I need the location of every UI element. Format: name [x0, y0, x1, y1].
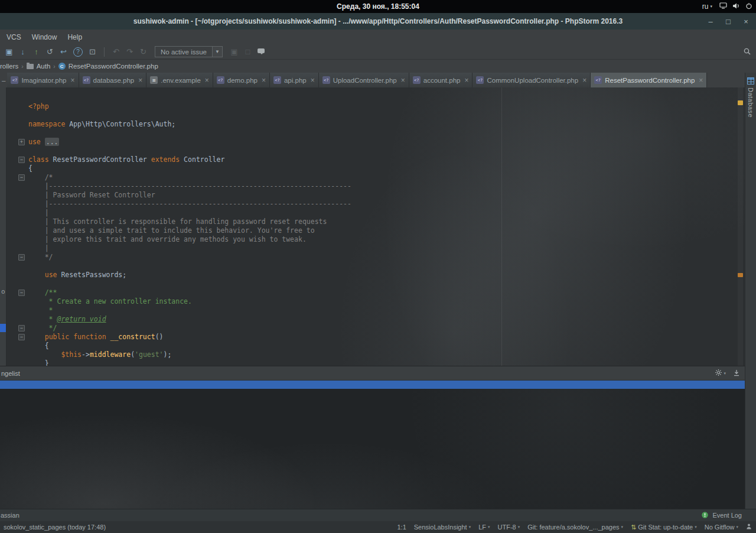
refresh-icon[interactable]: ↻	[138, 46, 149, 57]
settings-button[interactable]: ▾	[715, 369, 726, 378]
system-clock[interactable]: Среда, 30 ноя., 18:55:04	[0, 0, 756, 13]
status-widget-line-ending[interactable]: LF▾	[478, 524, 490, 531]
editor-tab[interactable]: <?demo.php×	[213, 73, 270, 87]
menu-item-vcs[interactable]: VCS	[1, 33, 27, 41]
code-text[interactable]: |---------------------------------------…	[28, 182, 351, 191]
tool-button-event-log[interactable]: Event Log	[701, 511, 742, 520]
search-everywhere-button[interactable]	[743, 47, 751, 58]
editor-tab[interactable]: <?api.php×	[270, 73, 319, 87]
run-config-icon[interactable]: ▣	[229, 46, 240, 57]
fold-toggle-icon[interactable]: −	[18, 174, 25, 181]
tool-button-database[interactable]: Database	[745, 73, 756, 118]
status-widget-git-branch[interactable]: Git: feature/a.sokolov_..._pages▾	[527, 524, 623, 531]
minimize-button[interactable]: –	[706, 17, 715, 26]
editor-tab[interactable]: ≡.env.example×	[146, 73, 213, 87]
editor-tab[interactable]: <?database.php×	[79, 73, 147, 87]
status-widget-caret-position[interactable]: 1:1	[397, 524, 406, 531]
code-text[interactable]: * Create a new controller instance.	[28, 297, 192, 306]
breadcrumb-segment[interactable]: Auth	[37, 63, 51, 70]
vcs-commit-icon[interactable]: ↑	[31, 46, 42, 57]
tab-close-icon[interactable]: ×	[138, 76, 142, 84]
status-widget-encoding[interactable]: UTF-8▾	[498, 524, 520, 531]
error-stripe-mark[interactable]	[738, 100, 743, 105]
code-text[interactable]: * @return void	[28, 315, 106, 324]
code-text[interactable]: | and uses a simple trait to include thi…	[28, 226, 315, 235]
fold-toggle-icon[interactable]: −	[18, 325, 25, 332]
tab-close-icon[interactable]: ×	[205, 76, 209, 84]
rollback-icon[interactable]: ↩	[58, 46, 69, 57]
editor-tab[interactable]: <?account.php×	[409, 73, 473, 87]
feedback-bubble-icon[interactable]	[256, 46, 267, 57]
fold-toggle-icon[interactable]: +	[18, 139, 25, 145]
fold-toggle-icon[interactable]: −	[18, 334, 25, 340]
code-text[interactable]: class ResetPasswordController extends Co…	[28, 155, 224, 164]
tab-close-icon[interactable]: ×	[699, 76, 703, 84]
changelist-selected-row[interactable]	[0, 381, 745, 389]
code-text[interactable]: |	[28, 244, 49, 253]
error-stripe-mark[interactable]	[738, 273, 743, 277]
menu-item-window[interactable]: Window	[27, 33, 63, 41]
code-text[interactable]: | explore this trait and override any me…	[28, 235, 307, 244]
code-text[interactable]: use ResetsPasswords;	[28, 271, 126, 280]
code-text[interactable]: $this->middleware('guest');	[28, 350, 171, 359]
undo-icon[interactable]: ↶	[110, 46, 122, 57]
code-editor[interactable]: <?phpnamespace App\Http\Controllers\Auth…	[6, 102, 727, 366]
code-text[interactable]: /*	[28, 173, 53, 182]
tool-button-atlassian[interactable]: assian	[0, 512, 19, 519]
code-text[interactable]: }	[28, 359, 49, 366]
close-button[interactable]: ×	[742, 17, 750, 26]
maximize-button[interactable]: □	[724, 17, 732, 26]
inspections-level-button[interactable]	[745, 523, 752, 531]
code-text[interactable]: /**	[28, 288, 57, 297]
code-text[interactable]: | Password Reset Controller	[28, 191, 155, 200]
tab-close-icon[interactable]: ×	[464, 76, 468, 84]
help-icon[interactable]: ?	[73, 47, 83, 57]
tab-close-icon[interactable]: ×	[262, 76, 266, 84]
editor-area[interactable]: <?phpnamespace App\Http\Controllers\Auth…	[0, 87, 745, 366]
redo-icon[interactable]: ↷	[124, 46, 135, 57]
breadcrumb-segment[interactable]: rollers	[0, 63, 18, 70]
editor-scrollbar[interactable]	[738, 87, 743, 366]
changes-panel-body[interactable]	[0, 389, 745, 509]
code-text[interactable]: *	[28, 306, 53, 315]
tab-close-icon[interactable]: ×	[582, 76, 586, 84]
debug-icon[interactable]: □	[242, 46, 253, 57]
menu-item-help[interactable]: Help	[62, 33, 87, 41]
code-text[interactable]: <?php	[28, 102, 49, 111]
code-text[interactable]: {	[28, 342, 49, 350]
code-text[interactable]: |	[28, 209, 49, 217]
code-text[interactable]: namespace App\Http\Controllers\Auth;	[28, 120, 175, 129]
status-widget-git-stat[interactable]: ⇅Git Stat: up-to-date▾	[631, 524, 697, 531]
task-widget[interactable]: No active issue ▼	[155, 46, 223, 57]
code-text[interactable]: | This controller is responsible for han…	[28, 217, 327, 226]
project-panel-edge[interactable]: o	[0, 87, 6, 366]
status-widget-gitflow[interactable]: No Gitflow▾	[705, 524, 738, 531]
code-text[interactable]: */	[28, 324, 57, 333]
fold-toggle-icon[interactable]: −	[18, 254, 25, 261]
breadcrumb-segment[interactable]: ResetPasswordController.php	[69, 63, 158, 70]
status-widget-sensiolabs-insight[interactable]: SensioLabsInsight▾	[414, 524, 471, 531]
editor-tab[interactable]: <?ResetPasswordController.php×	[591, 73, 707, 87]
editor-tab[interactable]: <?CommonUploadController.php×	[472, 73, 591, 87]
export-icon[interactable]: ⊡	[87, 46, 98, 57]
editor-tab[interactable]: <?Imaginator.php×	[7, 73, 79, 87]
code-text[interactable]: {	[28, 164, 32, 173]
code-text[interactable]: use ...	[28, 138, 59, 147]
hide-panel-button[interactable]	[733, 369, 740, 378]
tab-close-icon[interactable]: ×	[401, 76, 405, 84]
system-menu[interactable]	[719, 2, 752, 11]
fold-toggle-icon[interactable]: −	[18, 290, 25, 296]
task-dropdown-arrow[interactable]: ▼	[213, 46, 223, 57]
editor-tab[interactable]: <?UploadController.php×	[319, 73, 409, 87]
vcs-update-icon[interactable]: ↓	[17, 46, 28, 57]
tab-close-icon[interactable]: ×	[71, 76, 75, 84]
code-text[interactable]: public function __construct()	[28, 333, 164, 342]
tab-close-icon[interactable]: ×	[311, 76, 315, 84]
code-text[interactable]: */	[28, 253, 53, 262]
code-text[interactable]: |---------------------------------------…	[28, 200, 351, 209]
open-project-icon[interactable]: ▣	[4, 46, 15, 57]
active-task-label[interactable]: No active issue	[155, 46, 213, 57]
fold-toggle-icon[interactable]: −	[18, 157, 25, 163]
history-icon[interactable]: ↺	[44, 46, 56, 57]
keyboard-layout-indicator[interactable]: ru ▾	[702, 2, 712, 11]
